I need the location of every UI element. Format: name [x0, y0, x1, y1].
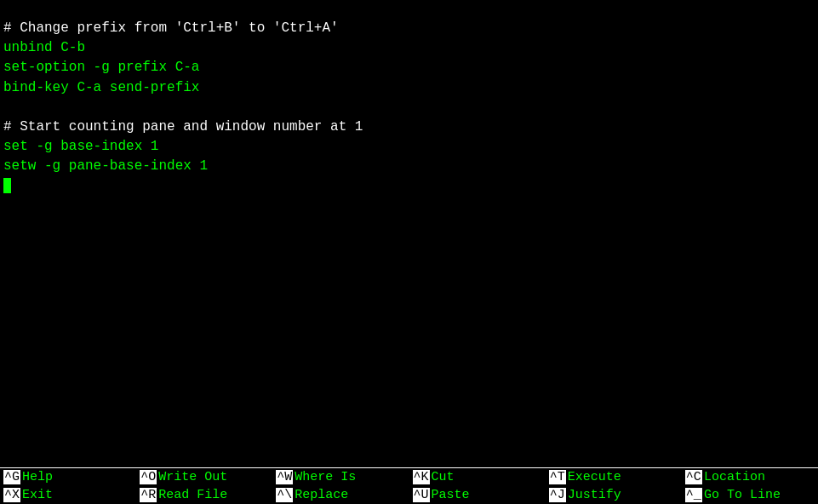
- editor-line: [3, 98, 815, 117]
- shortcut-label: Paste: [432, 488, 470, 502]
- shortcut-item[interactable]: ^_ Go To Line: [682, 486, 818, 504]
- shortcut-label: Write Out: [158, 470, 227, 484]
- editor-line: [3, 177, 815, 197]
- shortcut-key: ^K: [413, 470, 430, 484]
- shortcut-label: Execute: [568, 470, 621, 484]
- shortcut-label: Exit: [22, 488, 53, 502]
- editor-line: bind-key C-a send-prefix: [3, 78, 815, 98]
- shortcut-key: ^X: [3, 488, 20, 502]
- shortcut-item[interactable]: ^R Read File: [136, 486, 272, 504]
- editor-area[interactable]: # Change prefix from 'Ctrl+B' to 'Ctrl+A…: [0, 19, 818, 467]
- shortcut-item[interactable]: ^T Execute: [546, 468, 682, 486]
- shortcut-item[interactable]: ^\ Replace: [272, 486, 409, 504]
- app: # Change prefix from 'Ctrl+B' to 'Ctrl+A…: [0, 0, 818, 504]
- shortcut-label: Replace: [295, 488, 348, 502]
- editor-line: unbind C-b: [3, 38, 815, 58]
- shortcut-item[interactable]: ^O Write Out: [136, 468, 272, 486]
- shortcut-item[interactable]: ^G Help: [0, 468, 136, 486]
- shortcut-label: Where Is: [295, 470, 356, 484]
- shortcut-row-1: ^G Help^O Write Out^W Where Is^K Cut^T E…: [0, 468, 818, 486]
- title-bar: [0, 0, 818, 19]
- shortcut-key: ^_: [685, 488, 702, 502]
- shortcut-item[interactable]: ^J Justify: [546, 486, 682, 504]
- shortcut-item[interactable]: ^X Exit: [0, 486, 136, 504]
- shortcut-row-2: ^X Exit^R Read File^\ Replace^U Paste^J …: [0, 486, 818, 504]
- shortcut-key: ^T: [549, 470, 566, 484]
- editor-line: set-option -g prefix C-a: [3, 58, 815, 77]
- bottom-bar: ^G Help^O Write Out^W Where Is^K Cut^T E…: [0, 467, 818, 504]
- shortcut-item[interactable]: ^U Paste: [409, 486, 546, 504]
- shortcut-label: Justify: [568, 488, 621, 502]
- editor-line: set -g base-index 1: [3, 137, 815, 157]
- shortcut-key: ^G: [3, 470, 20, 484]
- shortcut-label: Help: [22, 470, 53, 484]
- editor-line: # Change prefix from 'Ctrl+B' to 'Ctrl+A…: [3, 19, 815, 38]
- shortcut-key: ^J: [549, 488, 566, 502]
- shortcut-label: Go To Line: [704, 488, 781, 502]
- shortcut-label: Read File: [158, 488, 227, 502]
- shortcut-label: Location: [704, 470, 765, 484]
- shortcut-item[interactable]: ^K Cut: [409, 468, 546, 486]
- editor-line: # Start counting pane and window number …: [3, 117, 815, 137]
- shortcut-key: ^O: [140, 470, 157, 484]
- shortcut-key: ^\: [276, 488, 293, 502]
- shortcut-key: ^U: [413, 488, 430, 502]
- editor-line: setw -g pane-base-index 1: [3, 157, 815, 176]
- shortcut-label: Cut: [432, 470, 455, 484]
- shortcut-key: ^C: [685, 470, 702, 484]
- text-cursor: [3, 178, 11, 193]
- shortcut-key: ^R: [140, 488, 157, 502]
- shortcut-item[interactable]: ^C Location: [682, 468, 818, 486]
- shortcut-key: ^W: [276, 470, 293, 484]
- shortcut-item[interactable]: ^W Where Is: [272, 468, 409, 486]
